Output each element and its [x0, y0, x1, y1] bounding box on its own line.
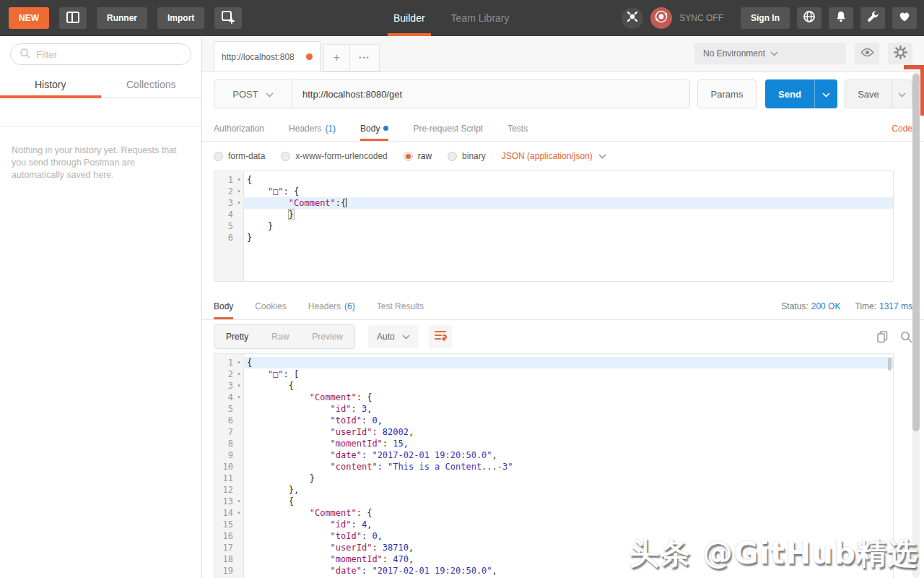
mode-form-data[interactable]: form-data [214, 151, 265, 161]
radio-form-data[interactable] [214, 152, 223, 161]
tab-authorization[interactable]: Authorization [214, 116, 264, 141]
code-line[interactable]: 18 "momentId": 470, [214, 553, 893, 565]
code-line[interactable]: 12 }, [214, 484, 893, 496]
response-scrollbar-thumb[interactable] [888, 358, 892, 371]
tab-pre-request-script[interactable]: Pre-request Script [413, 116, 483, 141]
response-tab-body[interactable]: Body [214, 293, 233, 319]
code-line[interactable]: 5 "id": 3, [214, 403, 893, 415]
code-line[interactable]: 14▾ "Comment": { [214, 507, 893, 519]
mode-urlencoded[interactable]: x-www-form-urlencoded [281, 151, 387, 161]
new-button[interactable]: NEW [9, 7, 49, 29]
code-line[interactable]: 3▾ { [214, 380, 893, 392]
fold-icon[interactable]: ▾ [235, 186, 243, 197]
fold-icon[interactable]: ▾ [235, 496, 243, 507]
sidebar-spacer [0, 98, 201, 127]
new-window-button[interactable] [214, 7, 242, 29]
view-pretty[interactable]: Pretty [214, 325, 260, 348]
settings-wrench-button[interactable] [860, 7, 885, 29]
code-line[interactable]: 15 "id": 4, [214, 519, 893, 530]
code-line[interactable]: 13▾ { [214, 496, 893, 507]
favorites-button[interactable] [892, 7, 917, 29]
code-line[interactable]: 4 } [214, 209, 893, 220]
community-button[interactable] [797, 7, 821, 29]
code-line[interactable]: 16 "toId": 0, [214, 530, 893, 542]
environment-quicklook-button[interactable] [855, 43, 879, 64]
code-line[interactable]: 3▾ "Comment":{ [214, 197, 893, 209]
send-split-button: Send [765, 79, 837, 108]
code-line[interactable]: 7 "userId": 82002, [214, 426, 893, 438]
fold-icon[interactable]: ▾ [235, 392, 243, 403]
params-button[interactable]: Params [697, 79, 757, 108]
main-scrollbar-thumb[interactable] [912, 74, 920, 431]
tab-options-button[interactable]: ••• [349, 44, 380, 72]
response-tab-test-results[interactable]: Test Results [377, 293, 424, 319]
main-nav: Builder Team Library [393, 0, 510, 36]
fold-icon [235, 473, 243, 484]
code-line[interactable]: 9 "date": "2017-02-01 19:20:50.0", [214, 449, 893, 461]
content-type-selector[interactable]: JSON (application/json) [502, 151, 606, 161]
fold-icon[interactable]: ▾ [235, 368, 243, 380]
save-button[interactable]: Save [845, 80, 892, 108]
fold-icon[interactable]: ▾ [235, 380, 243, 392]
code-line[interactable]: 10 "content": "This is a Content...-3" [214, 461, 893, 473]
code-line[interactable]: 1▾{ [214, 174, 893, 186]
code-line[interactable]: 11 } [214, 473, 893, 484]
code-line[interactable]: 8 "momentId": 15, [214, 438, 893, 449]
code-line[interactable]: 5 } [214, 220, 893, 232]
code-line[interactable]: 6} [214, 232, 893, 243]
request-body-editor[interactable]: 1▾{2▾ "□": {3▾ "Comment":{4 }5 }6} [214, 171, 894, 282]
send-options-button[interactable] [814, 79, 837, 108]
code-line[interactable]: 17 "userId": 38710, [214, 542, 893, 553]
fold-icon[interactable]: ▾ [235, 357, 243, 368]
tab-collections[interactable]: Collections [101, 72, 202, 98]
interceptor-button[interactable] [622, 7, 643, 29]
response-tab-cookies[interactable]: Cookies [255, 293, 286, 319]
code-line[interactable]: 19 "date": "2017-02-01 19:20:50.0", [214, 565, 893, 577]
response-body-editor[interactable]: 1▾{2▾ "□": [3▾ {4▾ "Comment": {5 "id": 3… [214, 353, 894, 578]
chevron-down-icon [822, 87, 830, 100]
mode-binary[interactable]: binary [448, 151, 486, 161]
environment-selector[interactable]: No Environment [694, 43, 846, 64]
runner-button[interactable]: Runner [97, 7, 147, 29]
sync-button[interactable] [650, 7, 672, 29]
format-selector[interactable]: Auto [368, 325, 419, 348]
tab-builder[interactable]: Builder [393, 0, 425, 36]
sign-in-button[interactable]: Sign In [741, 7, 790, 29]
notifications-button[interactable] [829, 7, 853, 29]
environment-settings-button[interactable] [888, 43, 912, 64]
fold-icon[interactable]: ▾ [235, 174, 243, 186]
code-line[interactable]: 4▾ "Comment": { [214, 392, 893, 403]
url-input[interactable] [292, 80, 689, 108]
code-line[interactable]: 1▾{ [214, 357, 893, 368]
import-button[interactable]: Import [157, 7, 204, 29]
fold-icon[interactable]: ▾ [235, 197, 243, 209]
radio-binary[interactable] [448, 152, 457, 161]
copy-button[interactable] [876, 330, 889, 343]
save-options-button[interactable] [892, 80, 912, 108]
view-preview[interactable]: Preview [300, 325, 354, 348]
search-response-button[interactable] [900, 331, 912, 343]
send-button[interactable]: Send [765, 79, 814, 108]
request-tab[interactable]: http://localhost:808 [214, 41, 321, 72]
tab-tests[interactable]: Tests [507, 116, 528, 141]
code-line[interactable]: 2▾ "□": [ [214, 368, 893, 380]
code-line[interactable]: 2▾ "□": { [214, 186, 893, 197]
tab-history[interactable]: History [0, 72, 101, 98]
wrap-text-button[interactable] [429, 325, 452, 348]
filter-input[interactable] [36, 49, 182, 60]
fold-icon [235, 542, 243, 553]
fold-icon[interactable]: ▾ [235, 507, 243, 519]
radio-urlencoded[interactable] [281, 152, 290, 161]
mode-raw[interactable]: raw [404, 151, 432, 161]
tab-body[interactable]: Body [360, 116, 388, 141]
generate-code-link[interactable]: Code [892, 116, 912, 141]
response-tab-headers[interactable]: Headers (6) [308, 293, 355, 319]
toggle-sidebar-button[interactable] [59, 7, 87, 29]
tab-headers[interactable]: Headers (1) [289, 116, 336, 141]
view-raw[interactable]: Raw [260, 325, 300, 348]
tab-team-library[interactable]: Team Library [451, 0, 510, 36]
method-selector[interactable]: POST [214, 80, 292, 108]
radio-raw[interactable] [404, 152, 413, 161]
add-tab-button[interactable]: + [323, 44, 349, 72]
code-line[interactable]: 6 "toId": 0, [214, 415, 893, 426]
